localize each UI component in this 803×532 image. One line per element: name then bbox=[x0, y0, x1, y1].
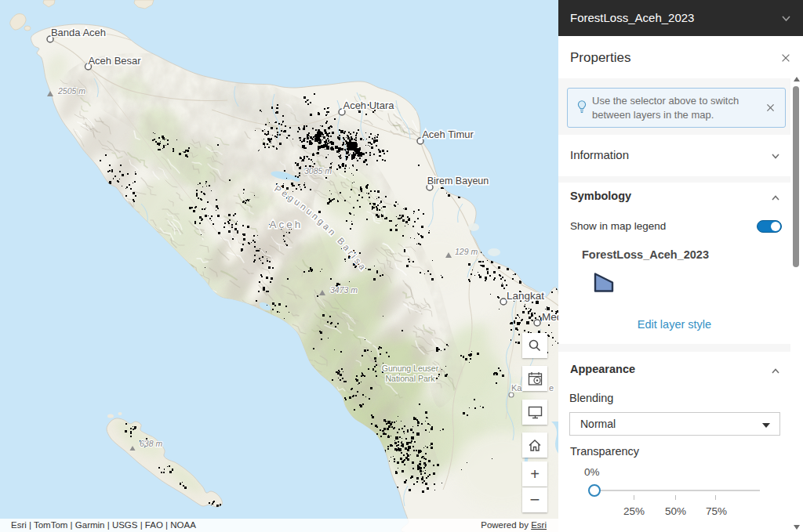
svg-text:National Park: National Park bbox=[385, 374, 435, 383]
svg-text:Aceh Timur: Aceh Timur bbox=[422, 128, 474, 140]
svg-text:2505 m: 2505 m bbox=[57, 86, 85, 96]
svg-text:Aceh: Aceh bbox=[270, 219, 303, 230]
svg-text:Langkat: Langkat bbox=[507, 290, 544, 302]
svg-text:Medan: Medan bbox=[542, 311, 558, 323]
svg-text:638 m: 638 m bbox=[140, 439, 162, 448]
svg-text:3473 m: 3473 m bbox=[330, 285, 358, 295]
svg-text:e: e bbox=[549, 383, 554, 393]
svg-text:Birem Bayeun: Birem Bayeun bbox=[427, 176, 489, 186]
svg-text:Banda Aceh: Banda Aceh bbox=[51, 27, 106, 38]
svg-text:Ka: Ka bbox=[511, 383, 522, 393]
svg-text:Aceh Besar: Aceh Besar bbox=[88, 55, 141, 67]
svg-text:3085 m: 3085 m bbox=[304, 166, 332, 176]
svg-text:Gunung Leuser: Gunung Leuser bbox=[382, 364, 439, 373]
svg-text:Aceh Utara: Aceh Utara bbox=[343, 100, 394, 111]
svg-text:129 m: 129 m bbox=[455, 247, 478, 256]
